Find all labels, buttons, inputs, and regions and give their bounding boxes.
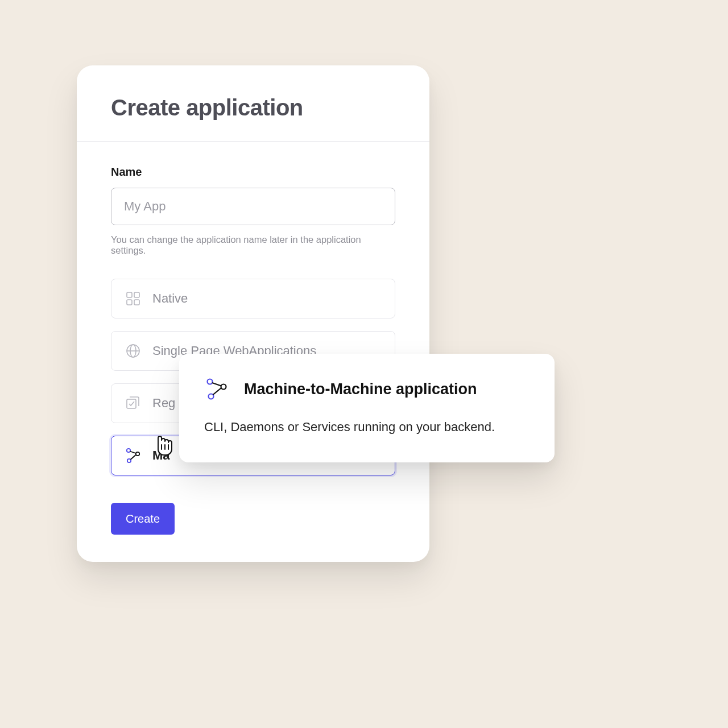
- tooltip-header: Machine-to-Machine application: [204, 377, 530, 402]
- svg-point-13: [208, 379, 213, 384]
- svg-rect-0: [127, 292, 132, 297]
- svg-point-14: [221, 384, 226, 390]
- grid-icon: [124, 289, 142, 308]
- name-input[interactable]: [111, 188, 395, 225]
- nodes-icon: [124, 446, 142, 465]
- globe-icon: [124, 342, 142, 360]
- svg-line-16: [212, 383, 221, 386]
- svg-rect-1: [134, 292, 139, 297]
- tooltip-title: Machine-to-Machine application: [244, 380, 477, 398]
- svg-point-10: [127, 459, 131, 462]
- option-label: Ma: [152, 448, 170, 463]
- svg-rect-7: [127, 399, 136, 408]
- page-title: Create application: [111, 95, 395, 121]
- name-help-text: You can change the application name late…: [111, 234, 395, 256]
- create-button[interactable]: Create: [111, 503, 175, 535]
- m2m-tooltip: Machine-to-Machine application CLI, Daem…: [179, 354, 555, 462]
- svg-rect-3: [134, 300, 139, 305]
- option-native[interactable]: Native: [111, 279, 395, 318]
- name-label: Name: [111, 166, 395, 179]
- svg-rect-2: [127, 300, 132, 305]
- svg-line-12: [131, 455, 136, 460]
- tooltip-description: CLI, Daemons or Services running on your…: [204, 419, 530, 436]
- option-label: Native: [152, 291, 188, 306]
- nodes-icon: [204, 377, 229, 402]
- svg-point-8: [127, 449, 130, 452]
- svg-point-9: [136, 452, 139, 456]
- svg-line-17: [213, 388, 222, 395]
- card-body: Name You can change the application name…: [77, 142, 429, 562]
- checkboxes-icon: [124, 394, 142, 412]
- svg-point-15: [209, 394, 214, 399]
- option-label: Reg: [152, 396, 175, 411]
- card-header: Create application: [77, 65, 429, 142]
- create-application-card: Create application Name You can change t…: [77, 65, 429, 562]
- svg-line-11: [130, 452, 136, 454]
